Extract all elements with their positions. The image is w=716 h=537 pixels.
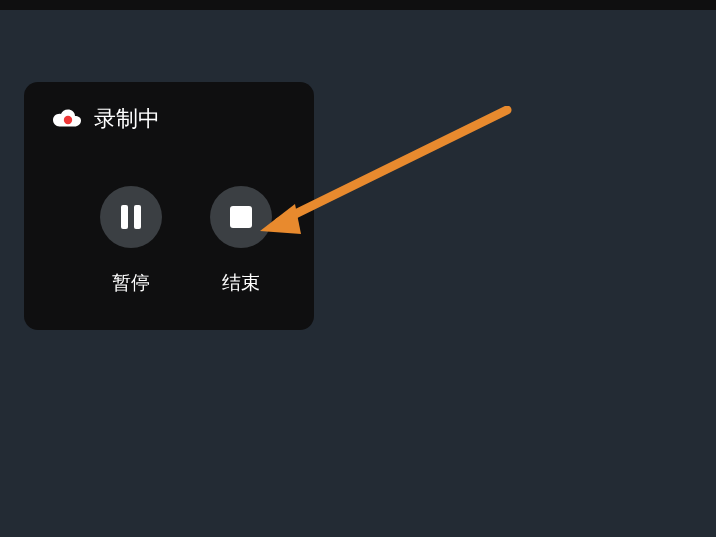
stop-button[interactable] xyxy=(210,186,272,248)
pause-button[interactable] xyxy=(100,186,162,248)
stop-label: 结束 xyxy=(222,270,260,296)
controls-row: 暂停 结束 xyxy=(100,186,294,296)
cloud-recording-icon xyxy=(52,109,82,129)
stop-control-group: 结束 xyxy=(210,186,272,296)
top-bar xyxy=(0,0,716,10)
recording-title: 录制中 xyxy=(94,104,160,134)
panel-header: 录制中 xyxy=(52,104,294,134)
stop-icon xyxy=(230,206,252,228)
pause-label: 暂停 xyxy=(112,270,150,296)
svg-point-0 xyxy=(64,116,72,124)
pause-icon xyxy=(121,205,141,229)
recording-panel: 录制中 暂停 结束 xyxy=(24,82,314,330)
pause-control-group: 暂停 xyxy=(100,186,162,296)
